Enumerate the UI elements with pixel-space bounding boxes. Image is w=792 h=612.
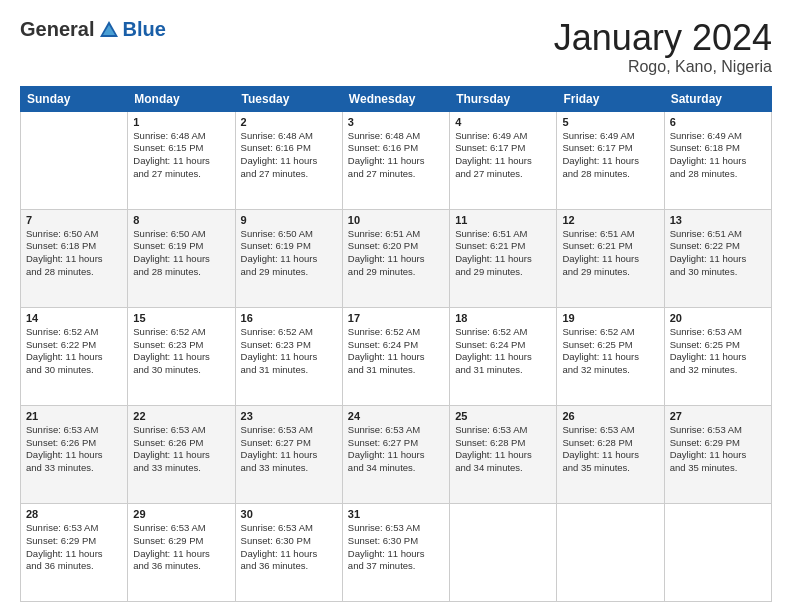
day-number: 22 — [133, 410, 229, 422]
day-of-week-header: Saturday — [664, 86, 771, 111]
day-info: Sunrise: 6:53 AMSunset: 6:27 PMDaylight:… — [348, 424, 444, 475]
day-info: Sunrise: 6:52 AMSunset: 6:24 PMDaylight:… — [455, 326, 551, 377]
day-number: 3 — [348, 116, 444, 128]
calendar-day-cell: 28Sunrise: 6:53 AMSunset: 6:29 PMDayligh… — [21, 503, 128, 601]
calendar-day-cell: 23Sunrise: 6:53 AMSunset: 6:27 PMDayligh… — [235, 405, 342, 503]
calendar-day-cell: 13Sunrise: 6:51 AMSunset: 6:22 PMDayligh… — [664, 209, 771, 307]
calendar-day-cell: 20Sunrise: 6:53 AMSunset: 6:25 PMDayligh… — [664, 307, 771, 405]
calendar-day-cell: 5Sunrise: 6:49 AMSunset: 6:17 PMDaylight… — [557, 111, 664, 209]
calendar-week-row: 21Sunrise: 6:53 AMSunset: 6:26 PMDayligh… — [21, 405, 772, 503]
day-number: 1 — [133, 116, 229, 128]
day-info: Sunrise: 6:51 AMSunset: 6:21 PMDaylight:… — [455, 228, 551, 279]
day-info: Sunrise: 6:51 AMSunset: 6:22 PMDaylight:… — [670, 228, 766, 279]
calendar-day-cell: 12Sunrise: 6:51 AMSunset: 6:21 PMDayligh… — [557, 209, 664, 307]
day-info: Sunrise: 6:52 AMSunset: 6:23 PMDaylight:… — [241, 326, 337, 377]
day-info: Sunrise: 6:52 AMSunset: 6:23 PMDaylight:… — [133, 326, 229, 377]
day-number: 11 — [455, 214, 551, 226]
day-number: 30 — [241, 508, 337, 520]
day-number: 31 — [348, 508, 444, 520]
day-info: Sunrise: 6:49 AMSunset: 6:18 PMDaylight:… — [670, 130, 766, 181]
logo: General Blue — [20, 18, 166, 41]
calendar-day-cell: 1Sunrise: 6:48 AMSunset: 6:15 PMDaylight… — [128, 111, 235, 209]
calendar-day-cell: 8Sunrise: 6:50 AMSunset: 6:19 PMDaylight… — [128, 209, 235, 307]
day-number: 7 — [26, 214, 122, 226]
day-info: Sunrise: 6:53 AMSunset: 6:26 PMDaylight:… — [133, 424, 229, 475]
calendar-table: SundayMondayTuesdayWednesdayThursdayFrid… — [20, 86, 772, 602]
calendar-day-cell: 14Sunrise: 6:52 AMSunset: 6:22 PMDayligh… — [21, 307, 128, 405]
day-info: Sunrise: 6:53 AMSunset: 6:29 PMDaylight:… — [670, 424, 766, 475]
calendar-day-cell: 15Sunrise: 6:52 AMSunset: 6:23 PMDayligh… — [128, 307, 235, 405]
day-number: 20 — [670, 312, 766, 324]
day-number: 15 — [133, 312, 229, 324]
calendar-week-row: 1Sunrise: 6:48 AMSunset: 6:15 PMDaylight… — [21, 111, 772, 209]
calendar-day-cell: 26Sunrise: 6:53 AMSunset: 6:28 PMDayligh… — [557, 405, 664, 503]
day-of-week-header: Friday — [557, 86, 664, 111]
title-block: January 2024 Rogo, Kano, Nigeria — [554, 18, 772, 76]
day-number: 18 — [455, 312, 551, 324]
calendar-day-cell: 6Sunrise: 6:49 AMSunset: 6:18 PMDaylight… — [664, 111, 771, 209]
day-info: Sunrise: 6:53 AMSunset: 6:27 PMDaylight:… — [241, 424, 337, 475]
day-info: Sunrise: 6:51 AMSunset: 6:21 PMDaylight:… — [562, 228, 658, 279]
logo-icon — [98, 19, 120, 41]
calendar-header-row: SundayMondayTuesdayWednesdayThursdayFrid… — [21, 86, 772, 111]
day-number: 21 — [26, 410, 122, 422]
day-info: Sunrise: 6:50 AMSunset: 6:18 PMDaylight:… — [26, 228, 122, 279]
day-number: 26 — [562, 410, 658, 422]
day-number: 19 — [562, 312, 658, 324]
calendar-day-cell: 25Sunrise: 6:53 AMSunset: 6:28 PMDayligh… — [450, 405, 557, 503]
month-title: January 2024 — [554, 18, 772, 58]
day-number: 8 — [133, 214, 229, 226]
day-number: 12 — [562, 214, 658, 226]
calendar-week-row: 14Sunrise: 6:52 AMSunset: 6:22 PMDayligh… — [21, 307, 772, 405]
day-number: 9 — [241, 214, 337, 226]
day-info: Sunrise: 6:53 AMSunset: 6:28 PMDaylight:… — [562, 424, 658, 475]
calendar-day-cell: 3Sunrise: 6:48 AMSunset: 6:16 PMDaylight… — [342, 111, 449, 209]
day-number: 5 — [562, 116, 658, 128]
calendar-day-cell: 11Sunrise: 6:51 AMSunset: 6:21 PMDayligh… — [450, 209, 557, 307]
day-number: 14 — [26, 312, 122, 324]
calendar-day-cell — [664, 503, 771, 601]
calendar-day-cell: 24Sunrise: 6:53 AMSunset: 6:27 PMDayligh… — [342, 405, 449, 503]
calendar-day-cell: 10Sunrise: 6:51 AMSunset: 6:20 PMDayligh… — [342, 209, 449, 307]
day-info: Sunrise: 6:51 AMSunset: 6:20 PMDaylight:… — [348, 228, 444, 279]
logo-general-text: General — [20, 18, 94, 41]
calendar-day-cell: 4Sunrise: 6:49 AMSunset: 6:17 PMDaylight… — [450, 111, 557, 209]
day-number: 4 — [455, 116, 551, 128]
calendar-day-cell: 21Sunrise: 6:53 AMSunset: 6:26 PMDayligh… — [21, 405, 128, 503]
day-info: Sunrise: 6:53 AMSunset: 6:30 PMDaylight:… — [348, 522, 444, 573]
day-number: 17 — [348, 312, 444, 324]
calendar-day-cell: 17Sunrise: 6:52 AMSunset: 6:24 PMDayligh… — [342, 307, 449, 405]
calendar-day-cell: 29Sunrise: 6:53 AMSunset: 6:29 PMDayligh… — [128, 503, 235, 601]
logo-blue-text: Blue — [122, 18, 165, 41]
calendar-day-cell — [21, 111, 128, 209]
location: Rogo, Kano, Nigeria — [554, 58, 772, 76]
day-of-week-header: Monday — [128, 86, 235, 111]
day-number: 28 — [26, 508, 122, 520]
day-number: 25 — [455, 410, 551, 422]
day-number: 13 — [670, 214, 766, 226]
calendar-day-cell: 16Sunrise: 6:52 AMSunset: 6:23 PMDayligh… — [235, 307, 342, 405]
calendar-week-row: 28Sunrise: 6:53 AMSunset: 6:29 PMDayligh… — [21, 503, 772, 601]
day-number: 29 — [133, 508, 229, 520]
day-number: 24 — [348, 410, 444, 422]
calendar-day-cell: 9Sunrise: 6:50 AMSunset: 6:19 PMDaylight… — [235, 209, 342, 307]
day-number: 2 — [241, 116, 337, 128]
day-of-week-header: Sunday — [21, 86, 128, 111]
day-number: 16 — [241, 312, 337, 324]
calendar-day-cell: 27Sunrise: 6:53 AMSunset: 6:29 PMDayligh… — [664, 405, 771, 503]
calendar-day-cell: 31Sunrise: 6:53 AMSunset: 6:30 PMDayligh… — [342, 503, 449, 601]
day-info: Sunrise: 6:48 AMSunset: 6:15 PMDaylight:… — [133, 130, 229, 181]
day-number: 6 — [670, 116, 766, 128]
day-info: Sunrise: 6:53 AMSunset: 6:30 PMDaylight:… — [241, 522, 337, 573]
day-info: Sunrise: 6:53 AMSunset: 6:29 PMDaylight:… — [133, 522, 229, 573]
day-info: Sunrise: 6:50 AMSunset: 6:19 PMDaylight:… — [241, 228, 337, 279]
calendar-day-cell: 2Sunrise: 6:48 AMSunset: 6:16 PMDaylight… — [235, 111, 342, 209]
day-info: Sunrise: 6:53 AMSunset: 6:26 PMDaylight:… — [26, 424, 122, 475]
calendar-day-cell — [557, 503, 664, 601]
day-number: 27 — [670, 410, 766, 422]
calendar-week-row: 7Sunrise: 6:50 AMSunset: 6:18 PMDaylight… — [21, 209, 772, 307]
day-info: Sunrise: 6:53 AMSunset: 6:25 PMDaylight:… — [670, 326, 766, 377]
day-info: Sunrise: 6:53 AMSunset: 6:29 PMDaylight:… — [26, 522, 122, 573]
calendar-day-cell: 30Sunrise: 6:53 AMSunset: 6:30 PMDayligh… — [235, 503, 342, 601]
calendar-day-cell: 18Sunrise: 6:52 AMSunset: 6:24 PMDayligh… — [450, 307, 557, 405]
